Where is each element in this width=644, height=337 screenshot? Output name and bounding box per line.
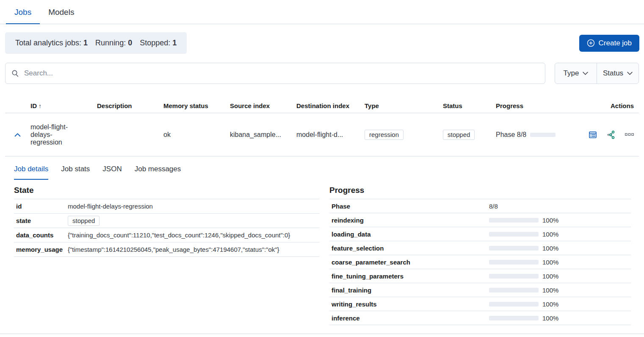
progress-row-final-training: final_training 100% — [329, 283, 631, 297]
create-job-label: Create job — [599, 39, 632, 47]
row-cell-expand — [5, 131, 30, 139]
total-jobs-stat: Total analytics jobs:1 — [15, 39, 88, 47]
type-filter-label: Type — [564, 69, 579, 78]
jobs-toolbar: Total analytics jobs:1 Running:0 Stopped… — [5, 32, 639, 54]
row-cell-status: stopped — [443, 130, 496, 140]
table-row: model-flight-delays-regression ok kibana… — [5, 113, 639, 156]
tab-json[interactable]: JSON — [102, 160, 122, 180]
create-job-button[interactable]: Create job — [579, 35, 639, 52]
tab-job-messages[interactable]: Job messages — [135, 160, 181, 180]
tab-jobs[interactable]: Jobs — [6, 2, 40, 24]
progress-row-feature-selection: feature_selection 100% — [329, 241, 631, 255]
state-panel: State id model-flight-delays-regression … — [14, 186, 320, 257]
search-box — [5, 63, 545, 84]
progress-row-phase: Phase 8/8 — [329, 199, 631, 213]
row-progress-bar — [530, 133, 556, 137]
header-cell-source-index[interactable]: Source index — [230, 102, 296, 109]
progress-bar — [489, 288, 539, 292]
row-cell-progress: Phase 8/8 — [496, 131, 572, 139]
stopped-jobs-count: 1 — [172, 39, 177, 47]
tab-jobs-label: Jobs — [14, 8, 31, 17]
details-tabs: Job details Job stats JSON Job messages — [5, 156, 639, 180]
search-filter-bar: Type Status — [5, 63, 639, 84]
row-cell-type: regression — [365, 130, 443, 140]
more-actions-button[interactable] — [625, 133, 634, 136]
tab-job-stats[interactable]: Job stats — [61, 160, 90, 180]
phase-count: 8/8 — [489, 203, 498, 210]
progress-phase-label: Phase 8/8 — [496, 131, 526, 139]
header-cell-id[interactable]: ID↑ — [30, 102, 97, 109]
search-input[interactable] — [24, 69, 539, 78]
state-panel-title: State — [14, 186, 320, 199]
progress-bar — [489, 218, 539, 223]
total-jobs-count: 1 — [83, 39, 88, 47]
row-cell-destination-index: model-flight-d... — [296, 131, 365, 139]
tab-models-label: Models — [48, 8, 74, 17]
progress-row-loading-data: loading_data 100% — [329, 227, 631, 241]
filter-group: Type Status — [555, 63, 639, 84]
progress-row-inference: inference 100% — [329, 311, 631, 325]
sort-asc-icon: ↑ — [39, 103, 41, 109]
progress-bar — [489, 302, 539, 306]
status-badge: stopped — [443, 130, 475, 140]
header-cell-progress[interactable]: Progress — [496, 102, 572, 109]
tab-models[interactable]: Models — [40, 2, 83, 24]
state-row-id: id model-flight-delays-regression — [14, 199, 320, 214]
state-row-memory-usage: memory_usage {"timestamp":1614210256045,… — [14, 242, 320, 257]
row-cell-id: model-flight-delays-regression — [30, 123, 97, 146]
chevron-up-icon — [14, 133, 21, 137]
progress-bar — [489, 274, 539, 279]
type-filter-button[interactable]: Type — [555, 63, 597, 84]
progress-bar — [489, 316, 539, 320]
collapse-row-button[interactable] — [14, 133, 21, 137]
header-cell-status[interactable]: Status — [443, 102, 496, 109]
stopped-jobs-stat: Stopped:1 — [140, 39, 177, 47]
progress-panel: Progress Phase 8/8 reindexing 100% loadi… — [329, 186, 631, 325]
progress-panel-title: Progress — [329, 186, 631, 199]
expanded-row-details: Job details Job stats JSON Job messages … — [5, 156, 639, 325]
ellipsis-boxes-icon — [625, 133, 634, 136]
state-stopped-badge: stopped — [68, 216, 100, 226]
row-cell-memory-status: ok — [163, 131, 230, 139]
header-cell-description[interactable]: Description — [97, 102, 163, 109]
view-scatterplot-matrix-button[interactable] — [607, 131, 615, 139]
chevron-down-icon — [583, 72, 588, 75]
progress-row-fine-tuning-parameters: fine_tuning_parameters 100% — [329, 269, 631, 283]
state-row-data-counts: data_counts {"training_docs_count":11210… — [14, 228, 320, 242]
progress-row-reindexing: reindexing 100% — [329, 213, 631, 227]
plus-circle-icon — [587, 39, 595, 47]
progress-bar — [489, 246, 539, 251]
progress-bar — [489, 260, 539, 265]
running-jobs-count: 0 — [128, 39, 132, 47]
scatterplot-matrix-icon — [607, 131, 615, 139]
progress-row-writing-results: writing_results 100% — [329, 297, 631, 311]
table-header-row: ID↑ Description Memory status Source ind… — [5, 98, 639, 113]
row-cell-source-index: kibana_sample... — [230, 131, 296, 139]
details-panels: State id model-flight-delays-regression … — [14, 186, 639, 325]
jobs-stats-bar: Total analytics jobs:1 Running:0 Stopped… — [5, 32, 187, 54]
chevron-down-icon — [627, 72, 633, 75]
status-filter-button[interactable]: Status — [597, 63, 638, 84]
status-filter-label: Status — [603, 69, 623, 78]
running-jobs-stat: Running:0 — [95, 39, 132, 47]
type-badge: regression — [365, 130, 404, 140]
primary-tabs: Jobs Models — [0, 0, 644, 24]
progress-bar — [489, 232, 539, 237]
header-cell-memory-status[interactable]: Memory status — [163, 102, 230, 109]
job-details-list-icon — [589, 131, 597, 139]
state-row-state: state stopped — [14, 214, 320, 228]
row-cell-actions — [572, 131, 639, 139]
page-bottom-divider — [0, 334, 644, 334]
header-cell-destination-index[interactable]: Destination index — [296, 102, 365, 109]
tab-job-details[interactable]: Job details — [14, 160, 48, 180]
search-icon — [11, 70, 19, 77]
header-cell-type[interactable]: Type — [365, 102, 443, 109]
header-cell-actions: Actions — [572, 102, 639, 109]
view-job-details-button[interactable] — [589, 131, 597, 139]
progress-row-coarse-parameter-search: coarse_parameter_search 100% — [329, 255, 631, 269]
analytics-jobs-table: ID↑ Description Memory status Source ind… — [5, 98, 639, 325]
